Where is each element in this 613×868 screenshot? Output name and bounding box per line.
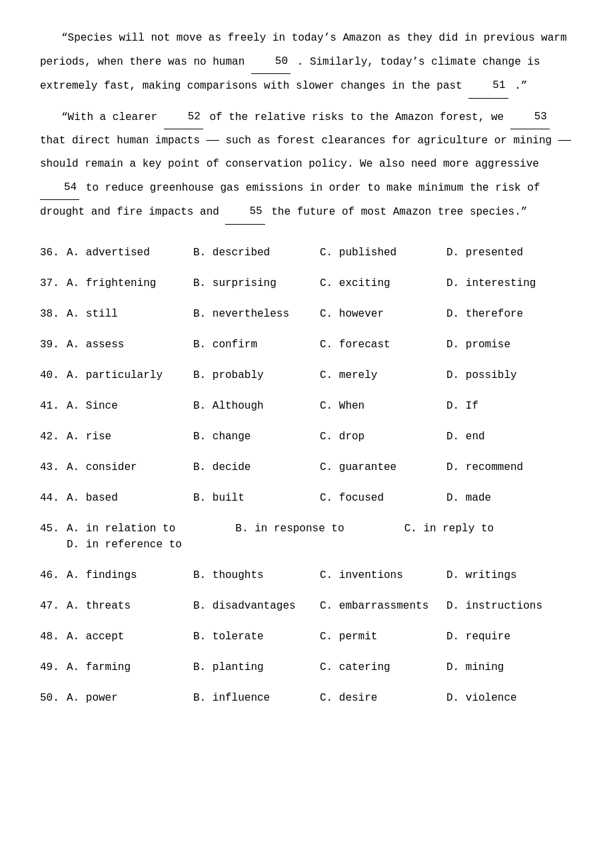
option-A[interactable]: A. assess bbox=[67, 337, 193, 353]
question-options: A. frighteningB. surprisingC. excitingD.… bbox=[67, 275, 573, 291]
option-C[interactable]: C. however bbox=[320, 306, 446, 322]
question-options: A. assessB. confirmC. forecastD. promise bbox=[67, 337, 573, 353]
option-D[interactable]: D. If bbox=[446, 398, 573, 414]
option-B[interactable]: B. confirm bbox=[193, 337, 320, 353]
option-A[interactable]: A. still bbox=[67, 306, 193, 322]
option-A[interactable]: A. Since bbox=[67, 398, 193, 414]
option-D[interactable]: D. mining bbox=[446, 659, 573, 675]
question-row-48: 48.A. acceptB. tolerateC. permitD. requi… bbox=[40, 629, 573, 645]
blank-54: 54 bbox=[40, 176, 79, 200]
option-A[interactable]: A. threats bbox=[67, 598, 193, 614]
option-C[interactable]: C. guarantee bbox=[320, 459, 446, 475]
question-row-47: 47.A. threatsB. disadvantagesC. embarras… bbox=[40, 598, 573, 614]
option-B[interactable]: B. Although bbox=[193, 398, 320, 414]
question-number: 47. bbox=[40, 598, 67, 614]
blank-52: 52 bbox=[164, 105, 203, 129]
option-A[interactable]: A. accept bbox=[67, 629, 193, 645]
question-row-42: 42.A. riseB. changeC. dropD. end bbox=[40, 429, 573, 445]
option-B[interactable]: B. planting bbox=[193, 659, 320, 675]
question-row-38: 38.A. stillB. neverthelessC. howeverD. t… bbox=[40, 306, 573, 322]
option-C[interactable]: C. permit bbox=[320, 629, 446, 645]
option-D[interactable]: D. made bbox=[446, 490, 573, 506]
option-C[interactable]: C. focused bbox=[320, 490, 446, 506]
option-C[interactable]: C. catering bbox=[320, 659, 446, 675]
option-B[interactable]: B. tolerate bbox=[193, 629, 320, 645]
option-D[interactable]: D. presented bbox=[446, 245, 573, 261]
option-A[interactable]: A. power bbox=[67, 690, 193, 706]
option-C[interactable]: C. forecast bbox=[320, 337, 446, 353]
option-A[interactable]: A. findings bbox=[67, 567, 193, 583]
question-options: A. advertisedB. describedC. publishedD. … bbox=[67, 245, 573, 261]
option-B[interactable]: B. change bbox=[193, 429, 320, 445]
blank-50: 50 bbox=[251, 50, 291, 74]
question-number: 45. bbox=[40, 521, 67, 537]
option-D[interactable]: D. instructions bbox=[446, 598, 573, 614]
option-C[interactable]: C. exciting bbox=[320, 275, 446, 291]
blank-51: 51 bbox=[468, 74, 508, 98]
option-C[interactable]: C. embarrassments bbox=[320, 598, 446, 614]
question-row-46: 46.A. findingsB. thoughtsC. inventionsD.… bbox=[40, 567, 573, 583]
question-row-36: 36.A. advertisedB. describedC. published… bbox=[40, 245, 573, 261]
option-B[interactable]: B. disadvantages bbox=[193, 598, 320, 614]
option-C[interactable]: C. merely bbox=[320, 367, 446, 383]
option-B[interactable]: B. built bbox=[193, 490, 320, 506]
question-row-45: 45.A. in relation toB. in response toC. … bbox=[40, 521, 573, 553]
option-C[interactable]: C. desire bbox=[320, 690, 446, 706]
option-C[interactable]: C. in reply to bbox=[404, 521, 573, 537]
option-A[interactable]: A. in relation to bbox=[67, 521, 235, 537]
option-D[interactable]: D. require bbox=[446, 629, 573, 645]
option-B[interactable]: B. in response to bbox=[235, 521, 404, 537]
option-C[interactable]: C. When bbox=[320, 398, 446, 414]
question-row-37: 37.A. frighteningB. surprisingC. excitin… bbox=[40, 275, 573, 291]
option-B[interactable]: B. thoughts bbox=[193, 567, 320, 583]
option-A[interactable]: A. rise bbox=[67, 429, 193, 445]
passage: “Species will not move as freely in toda… bbox=[40, 27, 573, 225]
question-number: 39. bbox=[40, 337, 67, 353]
question-number: 48. bbox=[40, 629, 67, 645]
question-number: 46. bbox=[40, 567, 67, 583]
question-number: 40. bbox=[40, 367, 67, 383]
option-B[interactable]: B. influence bbox=[193, 690, 320, 706]
question-options: A. in relation toB. in response toC. in … bbox=[67, 521, 573, 553]
option-C[interactable]: C. inventions bbox=[320, 567, 446, 583]
option-A[interactable]: A. frightening bbox=[67, 275, 193, 291]
option-D[interactable]: D. writings bbox=[446, 567, 573, 583]
option-A[interactable]: A. farming bbox=[67, 659, 193, 675]
question-row-41: 41.A. SinceB. AlthoughC. WhenD. If bbox=[40, 398, 573, 414]
question-options: A. powerB. influenceC. desireD. violence bbox=[67, 690, 573, 706]
question-options: A. particularlyB. probablyC. merelyD. po… bbox=[67, 367, 573, 383]
question-row-40: 40.A. particularlyB. probablyC. merelyD.… bbox=[40, 367, 573, 383]
question-row-50: 50.A. powerB. influenceC. desireD. viole… bbox=[40, 690, 573, 706]
question-number: 41. bbox=[40, 398, 67, 414]
question-number: 38. bbox=[40, 306, 67, 322]
option-D[interactable]: D. recommend bbox=[446, 459, 573, 475]
option-D[interactable]: D. interesting bbox=[446, 275, 573, 291]
option-D[interactable]: D. end bbox=[446, 429, 573, 445]
question-number: 44. bbox=[40, 490, 67, 506]
option-B[interactable]: B. surprising bbox=[193, 275, 320, 291]
option-D[interactable]: D. violence bbox=[446, 690, 573, 706]
option-A[interactable]: A. consider bbox=[67, 459, 193, 475]
option-D[interactable]: D. promise bbox=[446, 337, 573, 353]
option-B[interactable]: B. nevertheless bbox=[193, 306, 320, 322]
option-D[interactable]: D. possibly bbox=[446, 367, 573, 383]
blank-55: 55 bbox=[225, 200, 265, 224]
option-A[interactable]: A. advertised bbox=[67, 245, 193, 261]
question-row-43: 43.A. considerB. decideC. guaranteeD. re… bbox=[40, 459, 573, 475]
option-D[interactable]: D. in reference to bbox=[67, 537, 573, 553]
option-B[interactable]: B. decide bbox=[193, 459, 320, 475]
question-options: A. threatsB. disadvantagesC. embarrassme… bbox=[67, 598, 573, 614]
question-row-49: 49.A. farmingB. plantingC. cateringD. mi… bbox=[40, 659, 573, 675]
question-options: A. basedB. builtC. focusedD. made bbox=[67, 490, 573, 506]
paragraph-2: “With a clearer 52 of the relative risks… bbox=[40, 105, 573, 225]
option-B[interactable]: B. described bbox=[193, 245, 320, 261]
option-C[interactable]: C. published bbox=[320, 245, 446, 261]
option-B[interactable]: B. probably bbox=[193, 367, 320, 383]
option-A[interactable]: A. based bbox=[67, 490, 193, 506]
question-row-44: 44.A. basedB. builtC. focusedD. made bbox=[40, 490, 573, 506]
option-C[interactable]: C. drop bbox=[320, 429, 446, 445]
option-D[interactable]: D. therefore bbox=[446, 306, 573, 322]
option-A[interactable]: A. particularly bbox=[67, 367, 193, 383]
question-options: A. riseB. changeC. dropD. end bbox=[67, 429, 573, 445]
paragraph-1: “Species will not move as freely in toda… bbox=[40, 27, 573, 99]
